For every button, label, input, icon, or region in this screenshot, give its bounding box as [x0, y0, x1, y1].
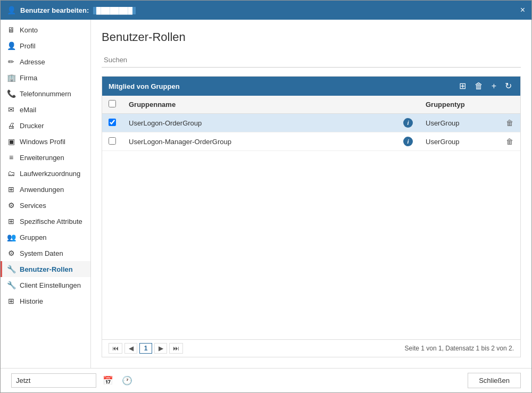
pagination-bar: ⏮ ◀ 1 ▶ ⏭ Seite 1 von 1, Datensatz 1 bis… [102, 339, 520, 357]
export-icon: ⊞ [459, 81, 466, 90]
page-title: Benutzer-Rollen [102, 30, 521, 44]
sidebar-label-profil: Profil [20, 42, 36, 50]
time-icon: 🕐 [122, 376, 132, 385]
sidebar-item-konto[interactable]: 🖥 Konto [1, 22, 90, 38]
sidebar-item-profil[interactable]: 👤 Profil [1, 38, 90, 54]
pagination-info: Seite 1 von 1, Datensatz 1 bis 2 von 2. [405, 345, 514, 352]
windows-profil-icon: ▣ [7, 137, 15, 146]
close-button[interactable]: Schließen [468, 373, 521, 388]
row1-checkbox-cell [102, 114, 122, 132]
gruppen-icon: 👥 [7, 233, 15, 241]
row2-type: UserGroup [419, 132, 499, 151]
sidebar-label-firma: Firma [20, 74, 37, 82]
sidebar-item-historie[interactable]: ⊞ Historie [1, 293, 90, 309]
export-button[interactable]: ⊞ [457, 81, 468, 91]
client-einstellungen-icon: 🔧 [7, 281, 15, 289]
delete-icon: 🗑 [475, 81, 483, 90]
content-area: Benutzer-Rollen Mitglied von Gruppen ⊞ 🗑 [91, 20, 531, 368]
sidebar-label-drucker: Drucker [20, 122, 44, 130]
sidebar-item-anwendungen[interactable]: ⊞ Anwendungen [1, 181, 90, 197]
add-button[interactable]: + [489, 81, 498, 91]
sidebar-item-gruppen[interactable]: 👥 Gruppen [1, 229, 90, 245]
user-edit-icon: 👤 [7, 6, 16, 14]
title-suffix: ████████ [93, 7, 136, 14]
row1-info-cell: i [397, 114, 419, 132]
laufwerk-icon: 🗂 [7, 169, 15, 178]
email-icon: ✉ [7, 105, 15, 114]
sidebar-item-email[interactable]: ✉ eMail [1, 102, 90, 118]
sidebar-item-laufwerk[interactable]: 🗂 Laufwerkzuordnung [1, 165, 90, 181]
row1-checkbox[interactable] [109, 119, 116, 126]
close-window-button[interactable]: × [520, 6, 525, 14]
drucker-icon: 🖨 [7, 121, 15, 130]
col-header-info [397, 96, 419, 114]
time-button[interactable]: 🕐 [120, 373, 135, 388]
first-page-button[interactable]: ⏮ [109, 343, 122, 354]
sidebar-item-system-daten[interactable]: ⚙ System Daten [1, 245, 90, 261]
sidebar-item-benutzer-rollen[interactable]: 🔧 Benutzer-Rollen [1, 261, 90, 277]
row1-info-icon[interactable]: i [403, 118, 413, 128]
table-row: UserLogon-Manager-OrderGroup i UserGroup… [102, 132, 520, 151]
sidebar-label-spezifisch: Spezifische Attribute [20, 218, 82, 225]
title-bar-left: 👤 Benutzer bearbeiten: ████████ [7, 6, 136, 14]
sidebar-item-spezifisch[interactable]: ⊞ Spezifische Attribute [1, 213, 90, 229]
sidebar-label-konto: Konto [20, 26, 38, 34]
sidebar-label-system-daten: System Daten [20, 249, 63, 257]
row1-delete-cell: 🗑 [499, 114, 520, 132]
row2-delete-button[interactable]: 🗑 [506, 137, 513, 146]
pagination-controls: ⏮ ◀ 1 ▶ ⏭ [109, 343, 183, 354]
col-header-name: Gruppenname [122, 96, 397, 114]
calendar-button[interactable]: 📅 [101, 373, 115, 388]
title-text: Benutzer bearbeiten: [20, 6, 89, 14]
datetime-input[interactable] [11, 373, 96, 388]
footer-left: 📅 🕐 [11, 373, 135, 388]
current-page-button[interactable]: 1 [139, 343, 152, 354]
row2-name: UserLogon-Manager-OrderGroup [122, 132, 397, 151]
sidebar-item-adresse[interactable]: ✏ Adresse [1, 54, 90, 70]
row1-delete-button[interactable]: 🗑 [506, 119, 513, 127]
firma-icon: 🏢 [7, 73, 15, 82]
col-header-checkbox [102, 96, 122, 114]
row2-delete-cell: 🗑 [499, 132, 520, 151]
table-header-bar: Mitglied von Gruppen ⊞ 🗑 + ↻ [102, 77, 520, 96]
row2-checkbox-cell [102, 132, 122, 151]
select-all-checkbox[interactable] [109, 100, 116, 107]
sidebar-item-client-einstellungen[interactable]: 🔧 Client Einstellungen [1, 277, 90, 293]
sidebar-item-windows-profil[interactable]: ▣ Windows Profil [1, 133, 90, 149]
last-page-button[interactable]: ⏭ [169, 343, 183, 354]
sidebar-label-services: Services [20, 202, 46, 210]
sidebar-label-historie: Historie [20, 297, 43, 305]
sidebar-label-email: eMail [20, 106, 36, 114]
sidebar-item-erweiterungen[interactable]: ≡ Erweiterungen [1, 149, 90, 165]
services-icon: ⚙ [7, 201, 15, 210]
add-icon: + [492, 81, 496, 90]
main-content: 🖥 Konto 👤 Profil ✏ Adresse 🏢 Firma 📞 Tel… [1, 20, 531, 368]
table-row: UserLogon-OrderGroup i UserGroup 🗑 [102, 114, 520, 132]
calendar-icon: 📅 [103, 376, 113, 385]
row2-checkbox[interactable] [109, 137, 116, 145]
prev-page-button[interactable]: ◀ [124, 343, 137, 354]
delete-selected-button[interactable]: 🗑 [472, 81, 485, 91]
anwendungen-icon: ⊞ [7, 185, 15, 194]
sidebar-label-erweiterungen: Erweiterungen [20, 154, 64, 162]
telefon-icon: 📞 [7, 89, 15, 98]
sidebar-item-telefon[interactable]: 📞 Telefonnummern [1, 86, 90, 102]
sidebar-item-firma[interactable]: 🏢 Firma [1, 70, 90, 86]
refresh-button[interactable]: ↻ [503, 81, 514, 91]
sidebar-label-gruppen: Gruppen [20, 233, 47, 241]
table-header-actions: ⊞ 🗑 + ↻ [457, 81, 514, 91]
sidebar-label-adresse: Adresse [20, 58, 45, 66]
sidebar-item-drucker[interactable]: 🖨 Drucker [1, 118, 90, 133]
title-bar: 👤 Benutzer bearbeiten: ████████ × [1, 1, 531, 20]
search-input[interactable] [102, 53, 521, 68]
profil-icon: 👤 [7, 41, 15, 50]
col-header-type: Gruppentyp [419, 96, 499, 114]
sidebar-item-services[interactable]: ⚙ Services [1, 197, 90, 213]
groups-table: Gruppenname Gruppentyp [102, 96, 520, 151]
row2-info-icon[interactable]: i [403, 137, 413, 146]
konto-icon: 🖥 [7, 26, 15, 34]
main-window: 👤 Benutzer bearbeiten: ████████ × 🖥 Kont… [0, 0, 532, 393]
sidebar-label-laufwerk: Laufwerkzuordnung [20, 170, 80, 178]
next-page-button[interactable]: ▶ [154, 343, 167, 354]
sidebar-label-client-einstellungen: Client Einstellungen [20, 281, 81, 289]
